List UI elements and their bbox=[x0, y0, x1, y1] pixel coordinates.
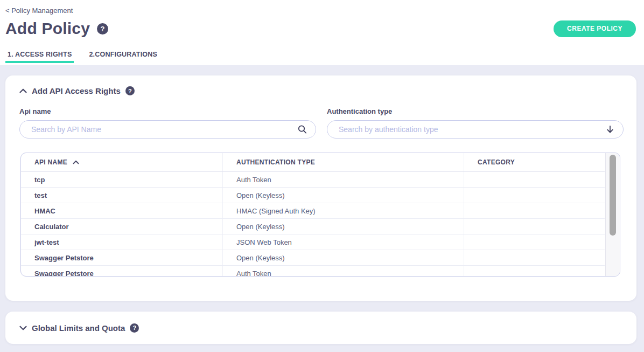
help-icon[interactable]: ? bbox=[125, 86, 135, 95]
table-row[interactable]: Swagger Petstore Auth Token bbox=[21, 266, 605, 277]
global-limits-card[interactable]: Global Limits and Quota ? bbox=[5, 312, 636, 344]
table-row[interactable]: tcp Auth Token bbox=[21, 172, 605, 188]
help-icon[interactable]: ? bbox=[97, 23, 108, 34]
table-row[interactable]: Swagger Petstore Open (Keyless) bbox=[21, 250, 605, 266]
help-icon[interactable]: ? bbox=[130, 323, 139, 333]
section-title: Global Limits and Quota bbox=[32, 323, 125, 333]
table-row[interactable]: HMAC HMAC (Signed Auth Key) bbox=[21, 203, 605, 219]
api-name-search-input[interactable] bbox=[19, 120, 316, 139]
add-api-access-rights-card: Add API Access Rights ? Api name Authent… bbox=[5, 75, 636, 301]
table-scrollbar-track[interactable] bbox=[605, 153, 620, 276]
api-table-body: tcp Auth Token test Open (Keyless) HMAC … bbox=[21, 172, 620, 277]
page-content: Add API Access Rights ? Api name Authent… bbox=[0, 65, 644, 344]
chevron-down-icon bbox=[19, 326, 27, 330]
api-table: API NAME AUTHENTICATION TYPE CATEGORY tc… bbox=[20, 153, 620, 277]
column-header-api-name[interactable]: API NAME bbox=[21, 153, 223, 171]
arrow-down-icon[interactable] bbox=[606, 125, 614, 134]
table-row[interactable]: jwt-test JSON Web Token bbox=[21, 234, 605, 250]
table-row[interactable]: test Open (Keyless) bbox=[21, 188, 605, 203]
auth-type-field-group: Authentication type bbox=[327, 107, 624, 139]
access-rights-card-header[interactable]: Add API Access Rights ? bbox=[19, 75, 624, 95]
search-icon[interactable] bbox=[298, 125, 307, 134]
sort-ascending-icon[interactable] bbox=[73, 160, 79, 164]
api-name-label: Api name bbox=[19, 107, 316, 115]
expand-section-button[interactable] bbox=[19, 326, 27, 330]
title-row: Add Policy ? CREATE POLICY bbox=[5, 19, 636, 38]
create-policy-button[interactable]: CREATE POLICY bbox=[554, 20, 636, 37]
auth-type-search-input[interactable] bbox=[327, 120, 624, 139]
column-header-authentication-type[interactable]: AUTHENTICATION TYPE bbox=[223, 153, 464, 171]
tab-configurations[interactable]: 2.CONFIGURATIONS bbox=[87, 51, 159, 63]
collapse-section-button[interactable] bbox=[19, 88, 27, 93]
table-row[interactable]: Calculator Open (Keyless) bbox=[21, 219, 605, 234]
api-table-header-row: API NAME AUTHENTICATION TYPE CATEGORY bbox=[21, 153, 605, 172]
auth-type-label: Authentication type bbox=[327, 107, 624, 115]
section-title: Add API Access Rights bbox=[32, 86, 121, 95]
api-name-field-group: Api name bbox=[19, 107, 316, 139]
tab-bar: 1. ACCESS RIGHTS 2.CONFIGURATIONS bbox=[5, 51, 159, 63]
table-scrollbar-thumb[interactable] bbox=[610, 155, 616, 236]
page-header: < Policy Management Add Policy ? CREATE … bbox=[0, 0, 644, 65]
page-title-text: Add Policy bbox=[5, 19, 90, 38]
breadcrumb-policy-management[interactable]: < Policy Management bbox=[5, 6, 73, 15]
tab-access-rights[interactable]: 1. ACCESS RIGHTS bbox=[5, 51, 74, 63]
search-fields-row: Api name Authentication type bbox=[19, 107, 624, 139]
chevron-up-icon bbox=[19, 88, 27, 93]
column-header-category[interactable]: CATEGORY bbox=[464, 153, 605, 171]
page-title: Add Policy ? bbox=[5, 19, 108, 38]
